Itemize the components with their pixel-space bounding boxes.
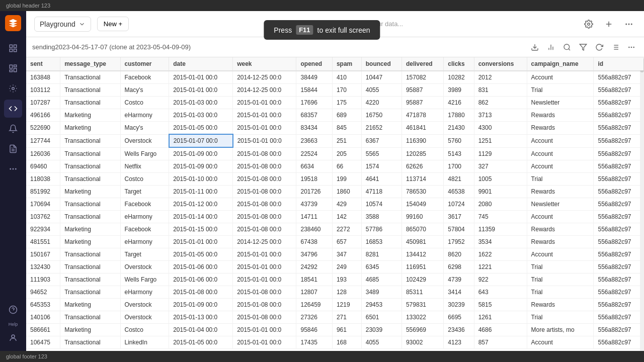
table-cell[interactable]: 556a882c97 [594, 198, 644, 211]
table-cell[interactable]: 2015-01-01 00:0 [169, 84, 233, 97]
table-cell[interactable]: Target [120, 248, 169, 261]
table-cell[interactable]: Account [527, 134, 594, 147]
scrollbar-track[interactable] [640, 57, 644, 351]
table-cell[interactable]: 657 [332, 236, 361, 248]
table-cell[interactable]: 4821 [444, 173, 474, 186]
table-cell[interactable]: Trial [527, 286, 594, 299]
table-cell[interactable]: 461841 [401, 122, 443, 135]
table-cell[interactable]: 21652 [361, 122, 401, 135]
table-cell[interactable]: 2015-01-01 00:0 [169, 71, 233, 84]
table-row[interactable]: 163848TransactionalFacebook2015-01-01 00… [26, 71, 644, 84]
table-cell[interactable]: 10282 [444, 71, 474, 84]
table-cell[interactable]: 862 [474, 97, 527, 109]
table-cell[interactable]: 579831 [401, 299, 443, 311]
table-cell[interactable]: 249 [332, 261, 361, 274]
table-cell[interactable]: Rewards [527, 299, 594, 311]
more-icon[interactable] [622, 17, 636, 31]
new-button[interactable]: New + [97, 17, 129, 31]
table-row[interactable]: 111903TransactionalWells Fargo2015-01-06… [26, 274, 644, 286]
table-cell[interactable]: 199 [332, 173, 361, 186]
table-cell[interactable]: 2015-01-08 00:0 [233, 299, 296, 311]
app-logo[interactable] [5, 15, 21, 31]
table-cell[interactable]: Transactional [60, 134, 120, 147]
table-cell[interactable]: 27326 [296, 311, 332, 324]
table-cell[interactable]: 689 [332, 109, 361, 122]
table-cell[interactable]: Rewards [527, 122, 594, 135]
table-cell[interactable]: 2015-01-05 00:0 [169, 122, 233, 135]
table-cell[interactable]: 43739 [296, 198, 332, 211]
table-cell[interactable]: 556a882c97 [594, 109, 644, 122]
table-cell[interactable]: 556a882c97 [594, 160, 644, 173]
table-cell[interactable]: 6345 [361, 261, 401, 274]
table-row[interactable]: 586661MarketingCostco2015-01-04 00:02015… [26, 324, 644, 336]
col-message-type[interactable]: message_type [60, 57, 120, 71]
col-customer[interactable]: customer [120, 57, 169, 71]
table-cell[interactable]: 22524 [296, 147, 332, 160]
table-cell[interactable]: 5565 [361, 147, 401, 160]
table-cell[interactable]: 95887 [401, 84, 443, 97]
table-cell[interactable]: 556a882c97 [594, 122, 644, 135]
table-cell[interactable]: 556a882c97 [594, 223, 644, 236]
table-cell[interactable]: 3489 [361, 286, 401, 299]
table-cell[interactable]: 1860 [332, 186, 361, 198]
table-cell[interactable]: 69460 [26, 160, 60, 173]
table-cell[interactable]: 556a882c97 [594, 236, 644, 248]
table-cell[interactable]: Facebook [120, 223, 169, 236]
table-cell[interactable]: 2015-01-09 00:0 [169, 147, 233, 160]
table-cell[interactable]: 168 [332, 336, 361, 349]
table-cell[interactable]: 2015-01-07 00:0 [169, 134, 233, 147]
table-cell[interactable]: 2015-01-01 00:0 [233, 336, 296, 349]
table-cell[interactable]: 120285 [401, 147, 443, 160]
table-cell[interactable]: 2015-01-01 00:0 [233, 261, 296, 274]
table-cell[interactable]: 410 [332, 71, 361, 84]
table-cell[interactable]: 17696 [296, 97, 332, 109]
table-cell[interactable]: 163848 [26, 71, 60, 84]
table-cell[interactable]: 2015-01-08 00:0 [233, 286, 296, 299]
table-cell[interactable]: 327 [474, 160, 527, 173]
sidebar-item-more[interactable] [4, 160, 22, 178]
table-cell[interactable]: 4055 [361, 84, 401, 97]
table-cell[interactable]: 2015-01-08 00:0 [233, 223, 296, 236]
table-cell[interactable]: 118038 [26, 173, 60, 186]
table-cell[interactable]: 30239 [444, 299, 474, 311]
table-cell[interactable]: Marketing [60, 324, 120, 336]
col-bounced[interactable]: bounced [361, 57, 401, 71]
table-cell[interactable]: 140106 [26, 311, 60, 324]
table-cell[interactable]: 4123 [444, 336, 474, 349]
table-cell[interactable]: 556a882c97 [594, 71, 644, 84]
table-cell[interactable]: 643 [474, 286, 527, 299]
table-cell[interactable]: 102429 [401, 274, 443, 286]
table-cell[interactable]: 14711 [296, 211, 332, 223]
table-cell[interactable]: 5143 [444, 147, 474, 160]
table-cell[interactable]: Wells Fargo [120, 147, 169, 160]
table-cell[interactable]: 556a882c97 [594, 286, 644, 299]
table-cell[interactable]: 19518 [296, 173, 332, 186]
table-cell[interactable]: 2015-01-03 00:0 [169, 109, 233, 122]
table-cell[interactable]: Trial [527, 274, 594, 286]
table-cell[interactable]: Newsletter [527, 97, 594, 109]
table-cell[interactable]: 111903 [26, 274, 60, 286]
table-row[interactable]: 496166MarketingeHarmony2015-01-03 00:020… [26, 109, 644, 122]
table-cell[interactable]: 127744 [26, 134, 60, 147]
table-cell[interactable]: 1219 [332, 299, 361, 311]
table-cell[interactable]: Transactional [60, 71, 120, 84]
table-cell[interactable]: 99160 [401, 211, 443, 223]
table-cell[interactable]: 1221 [474, 261, 527, 274]
table-cell[interactable]: 126459 [296, 299, 332, 311]
sidebar-item-dashboards[interactable] [4, 59, 22, 77]
table-cell[interactable]: 17435 [296, 336, 332, 349]
sidebar-item-reports[interactable] [4, 140, 22, 158]
table-cell[interactable]: 4739 [444, 274, 474, 286]
more-table-icon[interactable] [625, 41, 638, 54]
table-cell[interactable]: 201726 [296, 186, 332, 198]
table-cell[interactable]: Marketing [60, 122, 120, 135]
table-cell[interactable]: 128 [332, 286, 361, 299]
table-cell[interactable]: 1005 [474, 173, 527, 186]
table-cell[interactable]: 62626 [401, 160, 443, 173]
table-cell[interactable]: 2015-01-06 00:0 [169, 261, 233, 274]
col-conversions[interactable]: conversions [474, 57, 527, 71]
table-cell[interactable]: 471878 [401, 109, 443, 122]
table-row[interactable]: 522690MarketingMacy's2015-01-05 00:02015… [26, 122, 644, 135]
table-cell[interactable]: 2014-12-25 00:0 [233, 236, 296, 248]
table-cell[interactable]: 2015-01-08 00:0 [233, 211, 296, 223]
